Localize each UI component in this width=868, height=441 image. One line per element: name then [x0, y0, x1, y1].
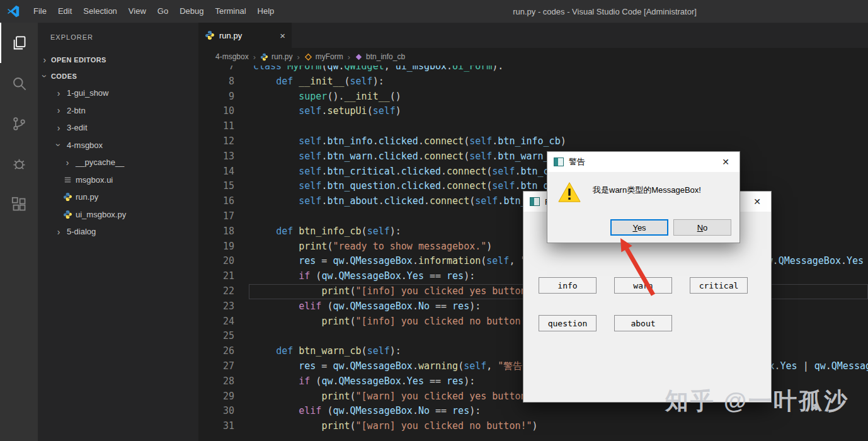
- code-line[interactable]: self.btn_warn.clicked.connect(self.btn_w…: [253, 149, 566, 164]
- menu-edit[interactable]: Edit: [52, 0, 77, 23]
- code-token: .: [441, 166, 447, 177]
- code-token: clicked: [401, 166, 441, 177]
- symbol-method-icon: [355, 53, 363, 61]
- code-line[interactable]: if (qw.QMessageBox.Yes == res):: [253, 269, 475, 284]
- tree-item-5-dialog[interactable]: ›5-dialog: [38, 223, 198, 241]
- info-button[interactable]: info: [539, 277, 597, 294]
- section-label: OPEN EDITORS: [51, 56, 106, 64]
- code-token: (: [486, 166, 492, 177]
- code-token: [253, 76, 276, 87]
- tree-item-ui_msgbox.py[interactable]: ui_msgbox.py: [38, 206, 198, 224]
- line-number: 16: [198, 194, 234, 209]
- code-token: .: [413, 255, 418, 266]
- code-token: [253, 316, 321, 327]
- msgbox-text: 我是warn类型的MessageBox!: [593, 185, 701, 196]
- code-line[interactable]: print("[info] you clicked no button!"): [253, 314, 538, 329]
- close-msgbox-icon[interactable]: ✕: [717, 157, 734, 167]
- code-line[interactable]: if (qw.QMessageBox.Yes == res):: [253, 374, 475, 389]
- file-tree: ›1-gui_show›2-btn›3-edit›4-msgbox›__pyca…: [38, 84, 198, 241]
- code-token: def: [276, 226, 299, 237]
- code-line[interactable]: self.setupUi(self): [253, 104, 401, 119]
- code-token: (: [350, 420, 356, 432]
- line-number: 10: [198, 104, 234, 119]
- code-token: (: [345, 76, 350, 87]
- code-token: .: [413, 360, 418, 372]
- code-token: [253, 301, 299, 312]
- code-token: clicked: [401, 180, 441, 192]
- code-token: Yes: [780, 360, 797, 372]
- menu-debug[interactable]: Debug: [174, 0, 209, 23]
- msgbox-title-bar[interactable]: 警告 ✕: [547, 152, 740, 172]
- menu-view[interactable]: View: [123, 0, 152, 23]
- code-token: qw: [333, 360, 344, 372]
- code-line[interactable]: self.btn_info.clicked.connect(self.btn_i…: [253, 134, 566, 149]
- code-token: .: [345, 301, 350, 312]
- code-token: ):: [390, 345, 401, 357]
- search-icon[interactable]: [0, 63, 38, 103]
- menu-file[interactable]: File: [28, 0, 52, 23]
- tree-item-run.py[interactable]: run.py: [38, 188, 198, 206]
- codes-section[interactable]: › CODES: [38, 68, 198, 84]
- activity-bar: [0, 23, 38, 441]
- breadcrumb: 4-msgbox›run.py›myForm›btn_info_cb: [198, 48, 868, 66]
- tree-item-4-msgbox[interactable]: ›4-msgbox: [38, 137, 198, 154]
- debug-icon[interactable]: [0, 144, 38, 184]
- tree-item-1-gui_show[interactable]: ›1-gui_show: [38, 84, 198, 102]
- code-token: if: [299, 270, 310, 282]
- code-line[interactable]: super().__init__(): [253, 89, 401, 105]
- explorer-icon[interactable]: [0, 23, 38, 63]
- breadcrumb-btn_info_cb[interactable]: btn_info_cb: [355, 52, 405, 61]
- code-line[interactable]: def btn_warn_cb(self):: [253, 344, 401, 359]
- line-number: 7: [198, 66, 234, 74]
- python-file-icon: [62, 209, 73, 219]
- code-token: self: [299, 195, 321, 207]
- code-line[interactable]: elif (qw.QMessageBox.No == res):: [253, 299, 481, 314]
- warn-button[interactable]: warn: [614, 277, 672, 294]
- menu-selection[interactable]: Selection: [77, 0, 122, 23]
- line-number: 8: [198, 74, 234, 89]
- menu-go[interactable]: Go: [152, 0, 174, 23]
- code-line[interactable]: print("[warn] you clicked yes button!"): [253, 389, 544, 404]
- code-line[interactable]: class MyForm(qw.QWidget, ui_msgbox.Ui_Fo…: [253, 66, 503, 74]
- tree-item-__pycache__[interactable]: ›__pycache__: [38, 154, 198, 171]
- code-token: res: [447, 375, 464, 387]
- extensions-icon[interactable]: [0, 184, 38, 224]
- line-number: 15: [198, 179, 234, 194]
- code-token: res: [299, 255, 316, 266]
- code-token: (): [390, 91, 401, 102]
- source-control-icon[interactable]: [0, 103, 38, 144]
- code-token: btn_warn: [327, 151, 372, 162]
- code-token: self: [469, 135, 492, 147]
- line-number: 28: [198, 374, 234, 389]
- warning-triangle-icon: [557, 181, 581, 203]
- code-token: clicked: [384, 195, 424, 207]
- code-token: ==: [424, 270, 447, 282]
- breadcrumb-run.py[interactable]: run.py: [260, 52, 292, 61]
- breadcrumb-myForm[interactable]: myForm: [304, 52, 343, 61]
- code-line[interactable]: def btn_info_cb(self):: [253, 224, 401, 239]
- close-tab-icon[interactable]: ×: [280, 30, 285, 41]
- tree-item-3-edit[interactable]: ›3-edit: [38, 119, 198, 137]
- code-line[interactable]: print("ready to show messagebox."): [253, 239, 492, 255]
- code-line[interactable]: def __init__(self):: [253, 74, 384, 89]
- line-number: 22: [198, 284, 234, 299]
- yes-button[interactable]: Yes: [610, 219, 668, 236]
- breadcrumb-4-msgbox[interactable]: 4-msgbox: [215, 52, 249, 61]
- menu-terminal[interactable]: Terminal: [209, 0, 251, 23]
- tab-run-py[interactable]: run.py ×: [198, 23, 292, 48]
- menu-help[interactable]: Help: [252, 0, 280, 23]
- open-editors-section[interactable]: › OPEN EDITORS: [38, 52, 198, 68]
- code-token: res: [299, 360, 316, 372]
- code-line[interactable]: print("[info] you clicked yes button!"): [253, 284, 544, 299]
- question-button[interactable]: question: [539, 315, 597, 331]
- line-number: 18: [198, 224, 234, 239]
- code-token: QMessageBox: [350, 360, 413, 372]
- tree-item-msgbox.ui[interactable]: msgbox.ui: [38, 171, 198, 189]
- code-line[interactable]: elif (qw.QMessageBox.No == res):: [253, 404, 481, 419]
- no-button[interactable]: No: [673, 219, 731, 236]
- about-button[interactable]: about: [614, 315, 672, 331]
- critical-button[interactable]: critical: [690, 277, 748, 294]
- code-token: class: [253, 66, 287, 72]
- tree-item-2-btn[interactable]: ›2-btn: [38, 102, 198, 120]
- code-line[interactable]: print("[warn] you clicked no button!"): [253, 419, 538, 434]
